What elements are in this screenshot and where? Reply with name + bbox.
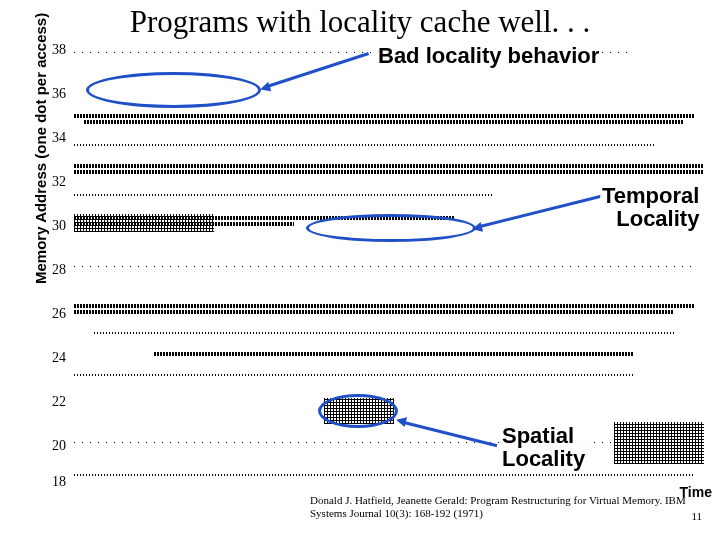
arrow-spatial bbox=[400, 420, 498, 447]
y-tick: 36 bbox=[52, 86, 66, 102]
annotation-text: Spatial bbox=[502, 423, 574, 448]
annotation-text: Temporal bbox=[602, 183, 699, 208]
arrow-head-icon bbox=[395, 415, 407, 427]
annotation-bad-locality: Bad locality behavior bbox=[376, 44, 601, 67]
y-tick: 32 bbox=[52, 174, 66, 190]
spatial-locality-ellipse bbox=[318, 394, 398, 428]
annotation-spatial-locality: Spatial Locality bbox=[500, 424, 587, 470]
annotation-text: Locality bbox=[502, 446, 585, 471]
page-number: 11 bbox=[691, 510, 702, 522]
slide-title: Programs with locality cache well. . . bbox=[0, 0, 720, 42]
arrow-temporal bbox=[476, 195, 603, 229]
bad-locality-ellipse bbox=[86, 72, 261, 108]
arrow-head-icon bbox=[471, 222, 483, 234]
chart-area: Memory Address (one dot per access) 38 3… bbox=[38, 44, 712, 484]
annotation-temporal-locality: Temporal Locality bbox=[600, 184, 701, 230]
y-tick: 22 bbox=[52, 394, 66, 410]
y-tick: 28 bbox=[52, 262, 66, 278]
y-tick: 18 bbox=[52, 474, 66, 490]
temporal-locality-ellipse bbox=[306, 214, 476, 242]
y-tick: 38 bbox=[52, 42, 66, 58]
y-tick: 34 bbox=[52, 130, 66, 146]
y-tick: 20 bbox=[52, 438, 66, 454]
scatter-plot bbox=[74, 44, 714, 484]
y-tick: 30 bbox=[52, 218, 66, 234]
citation: Donald J. Hatfield, Jeanette Gerald: Pro… bbox=[310, 494, 690, 520]
y-axis-label: Memory Address (one dot per access) bbox=[32, 13, 49, 284]
y-tick: 26 bbox=[52, 306, 66, 322]
annotation-text: Locality bbox=[616, 206, 699, 231]
arrow-bad-locality bbox=[264, 52, 370, 89]
y-tick: 24 bbox=[52, 350, 66, 366]
